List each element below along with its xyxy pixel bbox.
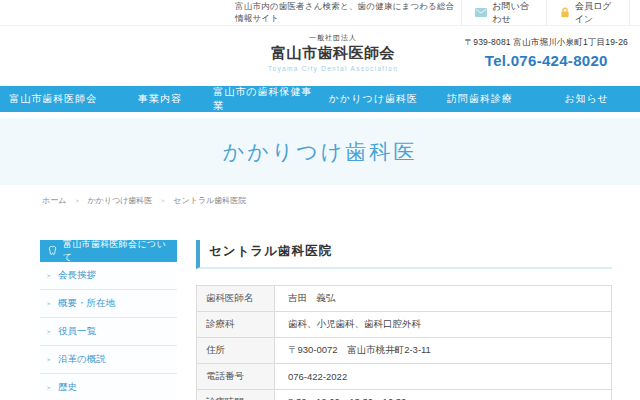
breadcrumb-current: セントラル歯科医院 [173,195,246,206]
sidebar-item-label: 概要・所在地 [58,297,115,310]
table-row: 歯科医師名 吉田 義弘 [197,286,612,312]
main-content: セントラル歯科医院 歯科医師名 吉田 義弘 診療科 歯科、小児歯科、歯科口腔外科… [196,240,612,400]
table-row: 住所 〒930-0072 富山市桃井町2-3-11 [197,338,612,364]
nav-item-visiting-care[interactable]: 訪問歯科診療 [427,86,534,112]
tooth-icon [47,245,58,257]
envelope-icon [475,8,487,17]
member-login-button[interactable]: 会員ログイン [546,0,630,25]
lock-icon [560,7,570,18]
topbar: 富山市内の歯医者さん検索と、歯の健康にまつわる総合情報サイト お問い合わせ 会員… [0,0,640,26]
row-value: 8:30～12:00 13:30～16:30 [275,390,612,400]
site-tagline: 富山市内の歯医者さん検索と、歯の健康にまつわる総合情報サイト [235,1,461,25]
row-value: 076-422-2022 [275,364,612,390]
nav-item-association[interactable]: 富山市歯科医師会 [0,86,107,112]
nav-item-business[interactable]: 事業内容 [107,86,214,112]
sidebar-item-label: 沿革の概説 [58,353,106,366]
contact-button[interactable]: お問い合わせ [461,0,546,25]
sidebar-item-history[interactable]: ＞ 歴史 [40,374,177,400]
row-value: 吉田 義弘 [275,286,612,312]
sidebar-header-label: 富山市歯科医師会について [63,238,170,264]
row-label: 電話番号 [197,364,275,390]
breadcrumb-family-dentist[interactable]: かかりつけ歯科医 [87,195,152,206]
table-row: 診療時間 8:30～12:00 13:30～16:30 [197,390,612,400]
header-tel: Tel.076-424-8020 [465,52,628,69]
site-logo[interactable]: 一般社団法人 富山市歯科医師会 Toyama City Dental Assoc… [268,33,398,72]
page-title: かかりつけ歯科医 [223,138,417,166]
sidebar-item-label: 役員一覧 [58,325,96,338]
header-address: 〒939-8081 富山市堀川小泉町1丁目19-26 [465,37,628,49]
sidebar-item-label: 会長挨拶 [58,269,96,282]
row-value: 〒930-0072 富山市桃井町2-3-11 [275,338,612,364]
org-type: 一般社団法人 [268,33,398,43]
sidebar-item-history-outline[interactable]: ＞ 沿革の概説 [40,346,177,374]
row-label: 住所 [197,338,275,364]
content-area: 富山市歯科医師会について ＞ 会長挨拶 ＞ 概要・所在地 ＞ 役員一覧 ＞ 沿革… [40,240,612,400]
chevron-right-icon: ＞ [45,271,52,281]
breadcrumb-home[interactable]: ホーム [42,195,66,206]
sidebar: 富山市歯科医師会について ＞ 会長挨拶 ＞ 概要・所在地 ＞ 役員一覧 ＞ 沿革… [40,240,177,400]
breadcrumb-separator: ＞ [159,196,166,206]
sidebar-menu: ＞ 会長挨拶 ＞ 概要・所在地 ＞ 役員一覧 ＞ 沿革の概説 ＞ 歴史 ＞ 情報… [40,262,177,400]
nav-item-health-programs[interactable]: 富山市の歯科保健事業 [213,86,320,112]
site-header: 一般社団法人 富山市歯科医師会 Toyama City Dental Assoc… [0,26,640,86]
nav-item-family-dentist[interactable]: かかりつけ歯科医 [320,86,427,112]
member-login-button-label: 会員ログイン [575,0,616,26]
org-name-en: Toyama City Dental Association [268,65,398,72]
org-name: 富山市歯科医師会 [268,44,398,63]
breadcrumb: ホーム ＞ かかりつけ歯科医 ＞ セントラル歯科医院 [42,195,640,206]
header-contact: 〒939-8081 富山市堀川小泉町1丁目19-26 Tel.076-424-8… [465,37,628,69]
topbar-buttons: お問い合わせ 会員ログイン [461,0,630,25]
sidebar-item-overview[interactable]: ＞ 概要・所在地 [40,290,177,318]
breadcrumb-separator: ＞ [73,196,80,206]
sidebar-header[interactable]: 富山市歯科医師会について [40,240,177,262]
global-nav: 富山市歯科医師会 事業内容 富山市の歯科保健事業 かかりつけ歯科医 訪問歯科診療… [0,86,640,112]
row-label: 診療時間 [197,390,275,400]
hero-banner: かかりつけ歯科医 [0,118,640,185]
chevron-right-icon: ＞ [45,383,52,393]
table-row: 電話番号 076-422-2022 [197,364,612,390]
sidebar-item-officers[interactable]: ＞ 役員一覧 [40,318,177,346]
table-row: 診療科 歯科、小児歯科、歯科口腔外科 [197,312,612,338]
chevron-right-icon: ＞ [45,327,52,337]
sidebar-item-label: 歴史 [58,381,77,394]
row-value: 歯科、小児歯科、歯科口腔外科 [275,312,612,338]
row-label: 歯科医師名 [197,286,275,312]
nav-item-news[interactable]: お知らせ [533,86,640,112]
row-label: 診療科 [197,312,275,338]
clinic-name-heading: セントラル歯科医院 [196,240,612,269]
chevron-right-icon: ＞ [45,299,52,309]
sidebar-item-greeting[interactable]: ＞ 会長挨拶 [40,262,177,290]
clinic-info-table: 歯科医師名 吉田 義弘 診療科 歯科、小児歯科、歯科口腔外科 住所 〒930-0… [196,285,612,400]
contact-button-label: お問い合わせ [492,0,533,26]
chevron-right-icon: ＞ [45,355,52,365]
